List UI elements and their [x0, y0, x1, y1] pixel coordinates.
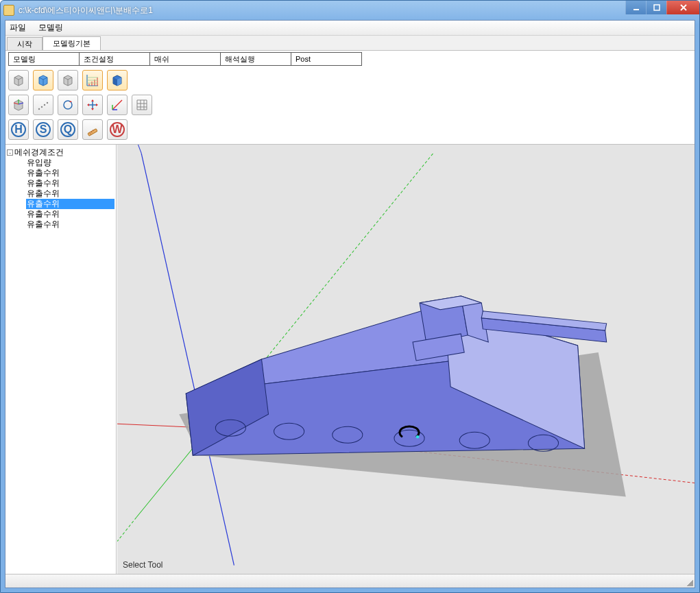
window-buttons	[625, 1, 699, 14]
svg-line-19	[117, 518, 136, 542]
tab-modeling-basic[interactable]: 모델링기본	[43, 36, 101, 50]
w-button[interactable]: W	[107, 119, 128, 140]
tree-item[interactable]: 유출수위	[26, 219, 114, 230]
s-button[interactable]: S	[33, 119, 53, 140]
tree-item[interactable]: 유출수위	[26, 209, 114, 219]
h-button[interactable]: H	[8, 119, 29, 140]
tree-item-selected[interactable]: 유출수위	[26, 199, 114, 209]
rotate-icon	[61, 98, 75, 112]
h-letter-icon: H	[11, 122, 26, 137]
tree-root-label: 메쉬경계조건	[14, 147, 64, 158]
s-letter-icon: S	[36, 122, 51, 137]
statusbar	[5, 574, 695, 588]
tree-item[interactable]: 유출수위	[26, 168, 114, 178]
workspace-tabs: 시작 모델링기본	[5, 36, 695, 51]
tree-root[interactable]: - 메쉬경계조건	[7, 147, 114, 158]
cube-gray-2-button[interactable]	[58, 70, 78, 90]
maximize-icon	[653, 4, 660, 11]
collapse-icon[interactable]: -	[7, 149, 13, 156]
grid-button[interactable]	[132, 95, 152, 115]
cube-with-axes-button[interactable]	[8, 95, 29, 115]
dots-icon	[36, 98, 50, 112]
cube-blue-solid-icon	[110, 73, 124, 87]
svg-rect-14	[88, 129, 97, 136]
cube-gray-1-button[interactable]	[8, 70, 29, 90]
tool-row-2	[8, 95, 692, 115]
step-mesh[interactable]: 매쉬	[149, 52, 221, 66]
tree-panel[interactable]: - 메쉬경계조건 유입량 유출수위 유출수위 유출수위 유출수위 유출수위 유출…	[5, 145, 117, 574]
svg-rect-0	[633, 9, 639, 10]
cube-with-axes-icon	[12, 98, 25, 112]
tree-item[interactable]: 유입량	[26, 158, 114, 168]
q-button[interactable]: Q	[58, 119, 78, 140]
tree-children: 유입량 유출수위 유출수위 유출수위 유출수위 유출수위 유출수위	[26, 158, 114, 230]
ribbon: 모델링 조건설정 매쉬 해석실행 Post	[5, 51, 695, 145]
cube-solid-button[interactable]	[107, 70, 128, 90]
pan-icon	[86, 98, 99, 112]
app-icon	[3, 5, 14, 16]
rotate-button[interactable]	[58, 95, 78, 115]
tab-start[interactable]: 시작	[7, 37, 43, 51]
maximize-button[interactable]	[646, 1, 666, 14]
close-icon	[679, 3, 688, 12]
step-conditions[interactable]: 조건설정	[79, 52, 150, 66]
cube-gray-2-icon	[61, 73, 75, 87]
menubar: 파일 모델링	[5, 21, 695, 36]
menu-file[interactable]: 파일	[10, 22, 26, 34]
cube-blue-button[interactable]	[33, 70, 53, 90]
cube-blue-icon	[36, 73, 50, 87]
svg-rect-1	[654, 5, 660, 10]
model-body	[186, 296, 606, 456]
svg-point-12	[47, 102, 48, 104]
svg-point-9	[38, 108, 40, 110]
window-title: c:\k-cfd\에스티아이씨앤디\분배수로1	[19, 5, 153, 16]
viewport-status: Select Tool	[123, 560, 162, 570]
titlebar[interactable]: c:\k-cfd\에스티아이씨앤디\분배수로1	[1, 1, 699, 20]
step-post[interactable]: Post	[291, 52, 362, 66]
measure-button[interactable]	[82, 119, 103, 140]
svg-point-41	[416, 435, 420, 439]
tool-row-1	[8, 70, 692, 90]
q-letter-icon: Q	[60, 122, 75, 137]
main-content: - 메쉬경계조건 유입량 유출수위 유출수위 유출수위 유출수위 유출수위 유출…	[5, 145, 695, 574]
step-analysis[interactable]: 해석실행	[220, 52, 291, 66]
minimize-icon	[633, 4, 640, 11]
svg-line-16	[117, 145, 141, 153]
tool-row-3: H S Q W	[8, 119, 692, 140]
measure-icon	[86, 123, 99, 136]
client-area: 파일 모델링 시작 모델링기본 모델링 조건설정 매쉬 해석실행 Post	[5, 20, 695, 588]
close-button[interactable]	[666, 1, 699, 14]
minimize-button[interactable]	[625, 1, 646, 14]
step-modeling[interactable]: 모델링	[8, 52, 80, 66]
grid-icon	[135, 98, 149, 112]
app-window: c:\k-cfd\에스티아이씨앤디\분배수로1 파일 모델링 시작 모델링기본	[0, 0, 700, 593]
step-row: 모델링 조건설정 매쉬 해석실행 Post	[8, 52, 692, 66]
axes-grid-button[interactable]	[82, 70, 103, 90]
cube-gray-1-icon	[12, 73, 25, 87]
dots-button[interactable]	[33, 95, 53, 115]
w-letter-icon: W	[110, 122, 125, 137]
viewport-svg	[117, 145, 695, 574]
menu-modeling[interactable]: 모델링	[38, 22, 63, 34]
axes-grid-icon	[86, 73, 99, 87]
axis-tool-icon	[110, 98, 124, 112]
tree-item[interactable]: 유출수위	[26, 189, 114, 199]
svg-point-11	[44, 104, 45, 106]
svg-point-10	[41, 106, 43, 108]
pan-button[interactable]	[82, 95, 103, 115]
svg-line-15	[141, 153, 234, 565]
viewport-3d[interactable]: Select Tool	[117, 145, 695, 574]
resize-grip-icon[interactable]	[685, 578, 693, 586]
tree-item[interactable]: 유출수위	[26, 178, 114, 189]
axis-tool-button[interactable]	[107, 95, 128, 115]
